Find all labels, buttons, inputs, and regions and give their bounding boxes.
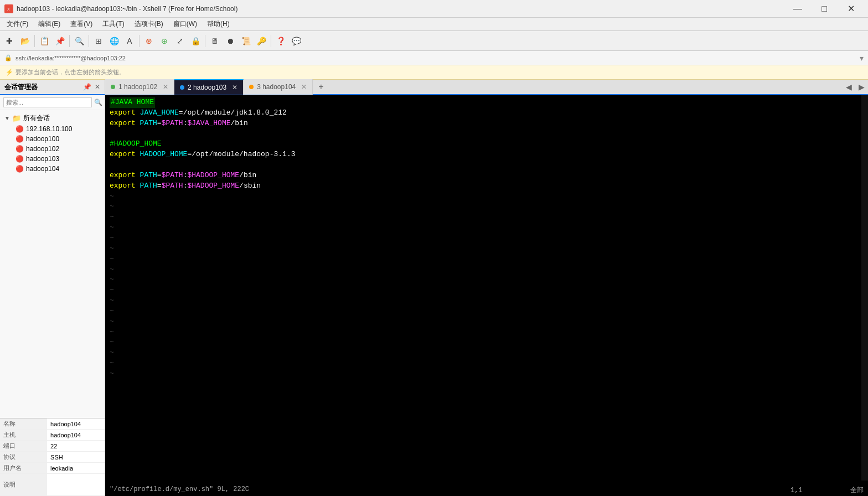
- session-panel: 🔍 ▼ 📁 所有会话 🔴 192.168.10.100 🔴 hadoop100: [0, 95, 105, 496]
- tree-expand-icon: ▼: [4, 115, 10, 121]
- maximize-button[interactable]: □: [812, 0, 837, 18]
- tab-hadoop104[interactable]: 3 hadoop104 ✕: [244, 79, 313, 95]
- tree-item-label-0: 192.168.10.100: [26, 125, 72, 133]
- tb-key-button[interactable]: 🔑: [254, 34, 268, 48]
- session-search-input[interactable]: [3, 97, 92, 107]
- tb-transfer-button[interactable]: ⊕: [157, 34, 172, 48]
- tab-row: 会话管理器 📌 ✕ 1 hadoop102 ✕ 2 hadoop103 ✕ 3 …: [0, 80, 868, 95]
- info-bar: ⚡ 要添加当前会话，点击左侧的箭头按钮。: [0, 65, 868, 80]
- info-row-desc: 说明: [0, 474, 105, 496]
- term-javahome-val: /opt/module/jdk1.8.0_212: [183, 108, 287, 118]
- session-info: 名称 hadoop104 主机 hadoop104 端口 22 协议 SSH: [0, 418, 105, 496]
- info-val-desc: [47, 474, 105, 496]
- tb-new-button[interactable]: ✚: [2, 34, 17, 48]
- tree-item-label-4: hadoop104: [26, 165, 59, 173]
- address-bar: 🔒 ssh://leokadia:***********@hadoop103:2…: [0, 51, 868, 65]
- term-line-1: #JAVA HOME: [110, 97, 864, 108]
- tree-item-hadoop100[interactable]: 🔴 hadoop100: [0, 134, 105, 144]
- tab-prev-button[interactable]: ◀: [843, 82, 855, 91]
- session-pin-icon[interactable]: 📌: [83, 83, 91, 91]
- tb-open-button[interactable]: 📂: [18, 34, 32, 48]
- term-colon-2: :: [183, 170, 188, 181]
- session-close-icon[interactable]: ✕: [95, 83, 100, 91]
- tab-close-2[interactable]: ✕: [232, 84, 237, 91]
- tab-close-3[interactable]: ✕: [301, 83, 307, 91]
- tab-nav: ◀ ▶: [843, 82, 868, 91]
- term-tilde-8: ~: [110, 265, 864, 275]
- tb-copy-button[interactable]: 📋: [37, 34, 51, 48]
- tb-help-button[interactable]: ❓: [273, 34, 288, 48]
- info-val-port: 22: [47, 441, 105, 452]
- tb-find-button[interactable]: 🔍: [72, 34, 86, 48]
- terminal-content: #JAVA HOME export JAVA_HOME=/opt/module/…: [105, 95, 868, 381]
- terminal-area[interactable]: #JAVA HOME export JAVA_HOME=/opt/module/…: [105, 95, 868, 496]
- menu-window[interactable]: 窗口(W): [169, 18, 202, 30]
- term-tilde-10: ~: [110, 285, 864, 296]
- tree-item-hadoop102[interactable]: 🔴 hadoop102: [0, 144, 105, 154]
- tab-label-2: 2 hadoop103: [188, 84, 226, 91]
- tb-xftp-button[interactable]: ⊛: [142, 34, 156, 48]
- term-export-kw-3: export: [110, 149, 140, 160]
- menu-edit[interactable]: 编辑(E): [34, 18, 65, 30]
- tab-hadoop103[interactable]: 2 hadoop103 ✕: [174, 79, 244, 95]
- address-expand-icon[interactable]: ▾: [860, 54, 864, 63]
- term-eq-2: =: [157, 118, 162, 129]
- menu-bar: 文件(F) 编辑(E) 查看(V) 工具(T) 选项卡(B) 窗口(W) 帮助(…: [0, 18, 868, 31]
- tab-dot-3: [249, 85, 254, 89]
- menu-file[interactable]: 文件(F): [2, 18, 33, 30]
- term-line-blank-1: [110, 129, 864, 140]
- term-tilde-7: ~: [110, 254, 864, 265]
- session-tree: ▼ 📁 所有会话 🔴 192.168.10.100 🔴 hadoop100 🔴 …: [0, 110, 105, 418]
- term-tilde-13: ~: [110, 317, 864, 327]
- tab-dot-2: [180, 85, 184, 90]
- close-button[interactable]: ✕: [838, 0, 864, 18]
- terminal-scrollbar[interactable]: [861, 95, 868, 480]
- tree-item-hadoop104[interactable]: 🔴 hadoop104: [0, 164, 105, 174]
- search-icon[interactable]: 🔍: [94, 99, 102, 106]
- minimize-button[interactable]: —: [785, 0, 810, 18]
- info-icon: ⚡: [6, 69, 13, 76]
- term-hadoophome-val: /opt/module/hadoop-3.1.3: [192, 149, 295, 160]
- term-line-2: export JAVA_HOME=/opt/module/jdk1.8.0_21…: [110, 108, 864, 118]
- tb-fullscreen-button[interactable]: ⤢: [173, 34, 187, 48]
- tab-hadoop102[interactable]: 1 hadoop102 ✕: [105, 79, 174, 95]
- tb-chat-button[interactable]: 💬: [289, 34, 303, 48]
- tb-record-button[interactable]: ⏺: [223, 34, 237, 48]
- tab-close-1[interactable]: ✕: [163, 83, 168, 91]
- tree-server-icon-4: 🔴: [16, 165, 24, 173]
- menu-view[interactable]: 查看(V): [66, 18, 97, 30]
- tab-next-button[interactable]: ▶: [855, 82, 868, 91]
- term-export-kw-4: export: [110, 170, 140, 181]
- add-tab-button[interactable]: +: [313, 82, 329, 92]
- window-controls[interactable]: — □ ✕: [785, 0, 864, 18]
- menu-tools[interactable]: 工具(T): [98, 18, 128, 30]
- term-path-var-3: PATH: [140, 181, 157, 192]
- session-panel-title: 会话管理器: [4, 82, 38, 92]
- tree-root-item[interactable]: ▼ 📁 所有会话: [0, 112, 105, 124]
- tb-script-button[interactable]: 📜: [239, 34, 253, 48]
- term-tilde-1: ~: [110, 192, 864, 202]
- term-eq-1: =: [179, 108, 183, 118]
- tb-net-button[interactable]: 🌐: [107, 34, 121, 48]
- tree-server-icon-1: 🔴: [16, 135, 24, 143]
- svg-text:X: X: [7, 7, 10, 11]
- info-row-protocol: 协议 SSH: [0, 452, 105, 463]
- info-table: 名称 hadoop104 主机 hadoop104 端口 22 协议 SSH: [0, 418, 105, 496]
- term-line-5: #HADOOP_HOME: [110, 139, 864, 149]
- term-bin-2: /bin: [239, 170, 256, 181]
- lock-icon: 🔒: [4, 54, 12, 61]
- tree-item-ip[interactable]: 🔴 192.168.10.100: [0, 124, 105, 134]
- tb-ftp-button[interactable]: 🖥: [208, 34, 222, 48]
- menu-help[interactable]: 帮助(H): [203, 18, 234, 30]
- tb-font-button[interactable]: A: [122, 34, 137, 48]
- term-eq-4: =: [157, 170, 162, 181]
- tb-paste-button[interactable]: 📌: [53, 34, 67, 48]
- menu-tabs[interactable]: 选项卡(B): [130, 18, 168, 30]
- info-val-name: hadoop104: [47, 418, 105, 430]
- tree-item-hadoop103[interactable]: 🔴 hadoop103: [0, 154, 105, 164]
- term-colon-1: :: [183, 118, 188, 129]
- tb-lock-button[interactable]: 🔒: [188, 34, 203, 48]
- term-path-val-3: $PATH: [162, 181, 183, 192]
- tb-layout-button[interactable]: ⊞: [91, 34, 106, 48]
- term-tilde-5: ~: [110, 233, 864, 244]
